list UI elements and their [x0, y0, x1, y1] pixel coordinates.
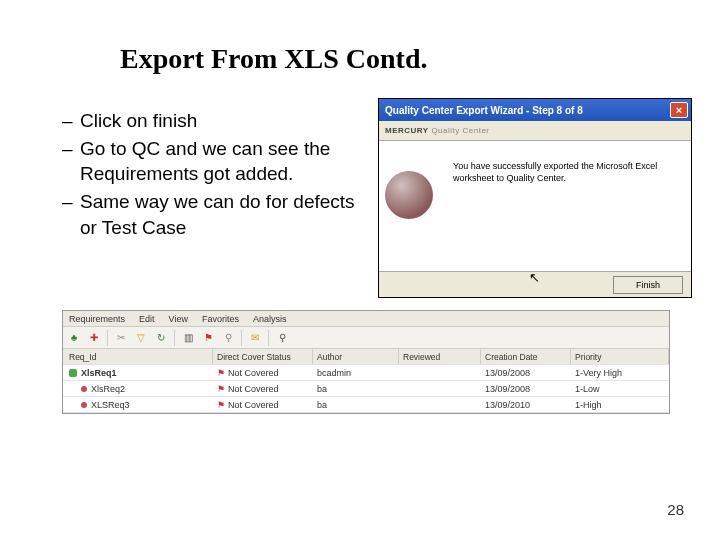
folder-icon	[69, 369, 77, 377]
menu-favorites[interactable]: Favorites	[202, 314, 239, 324]
col-priority[interactable]: Priority	[571, 349, 669, 364]
cell-date: 13/09/2008	[481, 368, 571, 378]
col-cover[interactable]: Direct Cover Status	[213, 349, 313, 364]
menu-view[interactable]: View	[169, 314, 188, 324]
cursor-icon: ↖	[529, 270, 540, 285]
dialog-body: You have successfully exported the Micro…	[379, 141, 691, 271]
attach-icon[interactable]: ⚲	[221, 331, 235, 345]
list-item: –Click on finish	[62, 108, 362, 134]
qc-requirements-panel: Requirements Edit View Favorites Analysi…	[62, 310, 670, 414]
list-item: –Go to QC and we can see the Requirement…	[62, 136, 362, 187]
finish-button[interactable]: Finish	[613, 276, 683, 294]
flag-icon: ⚑	[217, 368, 225, 378]
close-button[interactable]: ×	[670, 102, 688, 118]
brand-subtext: Quality Center	[431, 126, 489, 135]
bullet-list: –Click on finish –Go to QC and we can se…	[62, 108, 362, 242]
brand-text: MERCURY	[385, 126, 429, 135]
cell-cover: Not Covered	[228, 384, 279, 394]
dialog-message: You have successfully exported the Micro…	[445, 141, 691, 271]
wizard-illustration	[385, 165, 445, 219]
cut-icon[interactable]: ✂	[114, 331, 128, 345]
menu-analysis[interactable]: Analysis	[253, 314, 287, 324]
page-number: 28	[667, 501, 684, 518]
item-icon	[81, 386, 87, 392]
menu-bar: Requirements Edit View Favorites Analysi…	[63, 311, 669, 327]
col-author[interactable]: Author	[313, 349, 399, 364]
cell-name: XLSReq3	[91, 400, 130, 410]
list-item: –Same way we can do for defects or Test …	[62, 189, 362, 240]
cell-author: bcadmin	[313, 368, 399, 378]
cell-author: ba	[313, 400, 399, 410]
bullet-text: Same way we can do for defects or Test C…	[80, 189, 362, 240]
cell-author: ba	[313, 384, 399, 394]
page-title: Export From XLS Contd.	[120, 43, 428, 75]
cell-cover: Not Covered	[228, 400, 279, 410]
bullet-text: Click on finish	[80, 108, 197, 134]
grid-header: Req_Id Direct Cover Status Author Review…	[63, 349, 669, 365]
toolbar: ♣ ✚ ✂ ▽ ↻ ▥ ⚑ ⚲ ✉ ⚲	[63, 327, 669, 349]
menu-edit[interactable]: Edit	[139, 314, 155, 324]
dialog-titlebar: Quality Center Export Wizard - Step 8 of…	[379, 99, 691, 121]
col-date[interactable]: Creation Date	[481, 349, 571, 364]
table-row[interactable]: XlsReq1 ⚑Not Covered bcadmin 13/09/2008 …	[63, 365, 669, 381]
menu-requirements[interactable]: Requirements	[69, 314, 125, 324]
cell-priority: 1-Low	[571, 384, 669, 394]
add-icon[interactable]: ✚	[87, 331, 101, 345]
cell-priority: 1-Very High	[571, 368, 669, 378]
flag-icon: ⚑	[217, 384, 225, 394]
table-row[interactable]: XLSReq3 ⚑Not Covered ba 13/09/2010 1-Hig…	[63, 397, 669, 413]
filter-icon[interactable]: ▽	[134, 331, 148, 345]
refresh-icon[interactable]: ↻	[154, 331, 168, 345]
col-reqid[interactable]: Req_Id	[63, 349, 213, 364]
flag-icon: ⚑	[217, 400, 225, 410]
table-row[interactable]: XlsReq2 ⚑Not Covered ba 13/09/2008 1-Low	[63, 381, 669, 397]
item-icon	[81, 402, 87, 408]
export-wizard-dialog: Quality Center Export Wizard - Step 8 of…	[378, 98, 692, 298]
tree-icon[interactable]: ♣	[67, 331, 81, 345]
col-reviewed[interactable]: Reviewed	[399, 349, 481, 364]
dialog-brand-bar: MERCURY Quality Center	[379, 121, 691, 141]
mail-icon[interactable]: ✉	[248, 331, 262, 345]
bullet-text: Go to QC and we can see the Requirements…	[80, 136, 362, 187]
cell-cover: Not Covered	[228, 368, 279, 378]
cell-date: 13/09/2008	[481, 384, 571, 394]
cell-priority: 1-High	[571, 400, 669, 410]
search-icon[interactable]: ⚲	[275, 331, 289, 345]
dialog-title: Quality Center Export Wizard - Step 8 of…	[385, 105, 583, 116]
cell-name: XlsReq1	[81, 368, 117, 378]
cell-date: 13/09/2010	[481, 400, 571, 410]
columns-icon[interactable]: ▥	[181, 331, 195, 345]
cell-name: XlsReq2	[91, 384, 125, 394]
flag-icon[interactable]: ⚑	[201, 331, 215, 345]
